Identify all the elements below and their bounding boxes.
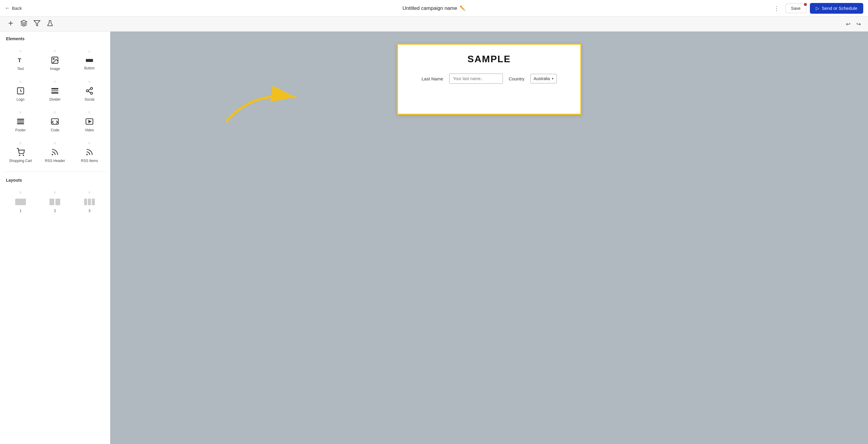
code-icon [51, 117, 59, 126]
layout-2-icon [49, 198, 61, 206]
flask-button[interactable] [44, 18, 56, 30]
element-image[interactable]: ⠿ Image [38, 45, 72, 75]
notification-dot [804, 3, 807, 6]
svg-marker-3 [34, 21, 40, 26]
element-text[interactable]: ⠿ T Text [4, 45, 37, 75]
element-shopping-cart[interactable]: ⠿ Shopping Cart [4, 137, 37, 167]
element-logo-label: Logo [17, 97, 25, 102]
svg-rect-7 [86, 59, 93, 62]
send-label: Send or Schedule [822, 6, 857, 11]
toolbar-right: ↩ ↪ [843, 19, 863, 29]
country-select[interactable]: Australia ▾ [530, 74, 557, 83]
svg-point-24 [87, 154, 87, 155]
element-footer[interactable]: ⠿ Footer [4, 106, 37, 136]
svg-rect-27 [56, 199, 60, 205]
element-button-label: Button [84, 66, 95, 70]
main-layout: Elements ⠿ T Text ⠿ Image ⠿ [0, 32, 868, 444]
element-video[interactable]: ⠿ Video [72, 106, 106, 136]
add-element-button[interactable] [5, 18, 17, 30]
toolbar: ↩ ↪ [0, 17, 868, 32]
layout-1-icon [14, 198, 27, 206]
drag-dots: ⠿ [20, 191, 22, 195]
drag-dots: ⠿ [88, 50, 91, 54]
svg-rect-17 [17, 123, 24, 125]
element-text-label: Text [17, 67, 24, 71]
svg-rect-28 [84, 199, 87, 205]
sample-title: SAMPLE [467, 54, 510, 65]
drag-dots: ⠿ [20, 142, 22, 145]
edit-icon[interactable]: ✏️ [460, 5, 466, 11]
element-button[interactable]: ⠿ Button [72, 45, 106, 75]
element-code-label: Code [51, 128, 59, 132]
arrow-annotation [209, 67, 313, 127]
back-button[interactable]: ← Back [5, 5, 22, 11]
campaign-title: Untitled campaign name [402, 5, 457, 11]
last-name-input[interactable] [449, 74, 503, 84]
layout-2-label: 2 [54, 209, 56, 213]
top-bar-left: ← Back [5, 5, 22, 11]
text-icon: T [17, 56, 25, 64]
layouts-section-title: Layouts [0, 173, 110, 185]
drag-dots: ⠿ [54, 142, 56, 145]
video-icon [85, 117, 94, 126]
top-bar: ← Back Untitled campaign name ✏️ ⋮ Save … [0, 0, 868, 17]
drag-dots: ⠿ [20, 111, 22, 114]
element-social[interactable]: ⠿ Social [72, 75, 106, 105]
layers-icon [20, 20, 27, 27]
flask-icon [46, 20, 54, 27]
element-logo[interactable]: ⠿ Logo [4, 75, 37, 105]
email-preview: SAMPLE Last Name Country Australia ▾ [397, 43, 582, 115]
back-label: Back [12, 6, 22, 11]
element-social-label: Social [85, 97, 94, 102]
drag-dots: ⠿ [88, 191, 91, 195]
redo-button[interactable]: ↪ [854, 19, 863, 29]
svg-rect-30 [92, 199, 95, 205]
svg-rect-14 [17, 119, 24, 120]
sidebar: Elements ⠿ T Text ⠿ Image ⠿ [0, 32, 110, 444]
logo-icon [17, 87, 25, 95]
drag-dots: ⠿ [54, 191, 56, 195]
undo-button[interactable]: ↩ [843, 19, 853, 29]
email-form-row: Last Name Country Australia ▾ [422, 74, 557, 84]
footer-icon [17, 117, 25, 126]
svg-point-22 [23, 155, 24, 156]
image-icon [51, 56, 59, 64]
layout-2[interactable]: ⠿ 2 [38, 186, 72, 217]
element-rss-header-label: RSS Header [45, 159, 65, 163]
send-schedule-button[interactable]: ▷ Send or Schedule [810, 3, 863, 14]
send-icon: ▷ [816, 6, 819, 11]
layout-1[interactable]: ⠿ 1 [4, 186, 37, 217]
chevron-down-icon: ▾ [552, 76, 554, 81]
top-bar-right: ⋮ Save ▷ Send or Schedule [771, 3, 863, 14]
element-rss-items[interactable]: ⠿ RSS Items [72, 137, 106, 167]
filter-button[interactable] [31, 18, 43, 30]
plus-icon [7, 20, 14, 27]
svg-rect-29 [88, 199, 91, 205]
rss-header-icon [51, 148, 59, 156]
more-options-button[interactable]: ⋮ [771, 4, 782, 13]
elements-section-title: Elements [0, 32, 110, 43]
drag-dots: ⠿ [20, 50, 22, 53]
svg-rect-26 [50, 199, 54, 205]
country-label: Country [509, 76, 525, 81]
top-bar-center: Untitled campaign name ✏️ [402, 5, 465, 11]
save-button[interactable]: Save [785, 4, 806, 13]
drag-dots: ⠿ [54, 50, 56, 53]
svg-text:T: T [18, 57, 21, 63]
elements-grid: ⠿ T Text ⠿ Image ⠿ Button [0, 43, 110, 170]
element-code[interactable]: ⠿ Code [38, 106, 72, 136]
button-icon [85, 57, 94, 64]
element-rss-header[interactable]: ⠿ RSS Header [38, 137, 72, 167]
layouts-grid: ⠿ 1 ⠿ 2 ⠿ 3 [0, 185, 110, 220]
layout-1-label: 1 [20, 209, 22, 213]
svg-marker-20 [89, 121, 91, 123]
svg-point-21 [19, 155, 20, 156]
element-rss-items-label: RSS Items [81, 159, 98, 163]
drag-dots: ⠿ [88, 80, 91, 84]
drag-dots: ⠿ [88, 111, 91, 114]
layout-3[interactable]: ⠿ 3 [72, 186, 106, 217]
element-divider[interactable]: ⠿ Divider [38, 75, 72, 105]
svg-point-23 [52, 154, 53, 155]
layers-button[interactable] [18, 18, 30, 30]
filter-icon [33, 20, 40, 27]
